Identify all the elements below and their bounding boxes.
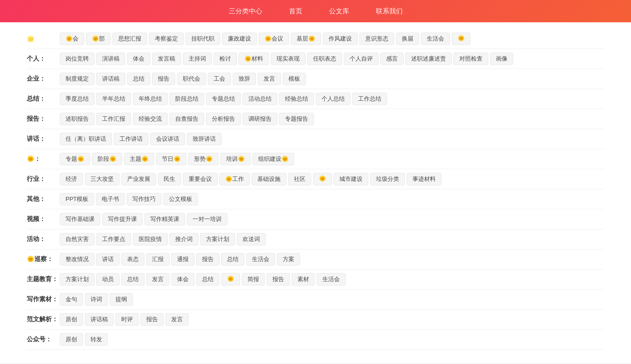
tag-summary-0[interactable]: 季度总结 [60, 93, 95, 105]
tag-report-0[interactable]: 述职报告 [60, 113, 95, 125]
tag-enterprise-6[interactable]: 致辞 [233, 73, 256, 85]
tag-speech-3[interactable]: 致辞讲话 [187, 133, 222, 145]
tag-summary-6[interactable]: 经验总结 [279, 93, 314, 105]
tag-study-icons-6[interactable]: 组织建设🌞 [252, 153, 294, 165]
nav-library[interactable]: 公文库 [329, 7, 349, 16]
tag-theme-edu-2[interactable]: 总结 [121, 273, 144, 286]
tag-top-icons-12[interactable]: 🌞 [452, 33, 470, 45]
tag-report-5[interactable]: 调研报告 [243, 113, 277, 125]
tag-summary-8[interactable]: 工作总结 [352, 93, 387, 105]
tag-enterprise-7[interactable]: 发言 [258, 73, 281, 85]
tag-personal-10[interactable]: 感言 [380, 53, 404, 65]
tag-personal-6[interactable]: 🌞材料 [239, 53, 269, 65]
tag-video-3[interactable]: 一对一培训 [187, 213, 227, 225]
tag-top-icons-0[interactable]: 🌞会 [60, 33, 84, 45]
tag-top-icons-10[interactable]: 换届 [396, 33, 419, 45]
tag-inspection-6[interactable]: 总结 [221, 253, 244, 266]
tag-report-6[interactable]: 专题报告 [279, 113, 314, 125]
tag-study-icons-5[interactable]: 培训🌞 [220, 153, 251, 165]
tag-industry-3[interactable]: 民生 [158, 173, 181, 185]
nav-home[interactable]: 首页 [289, 7, 302, 16]
tag-top-icons-4[interactable]: 挂职代职 [186, 33, 220, 45]
tag-personal-13[interactable]: 画像 [490, 53, 513, 65]
tag-inspection-1[interactable]: 讲话 [96, 253, 120, 266]
tag-inspection-4[interactable]: 通报 [171, 253, 194, 266]
tag-enterprise-4[interactable]: 职代会 [177, 73, 206, 85]
tag-enterprise-5[interactable]: 工会 [208, 73, 231, 85]
tag-top-icons-8[interactable]: 作风建设 [323, 33, 358, 45]
tag-video-1[interactable]: 写作提升课 [102, 213, 143, 225]
nav-contact[interactable]: 联系我们 [376, 7, 403, 16]
tag-other-1[interactable]: 电子书 [96, 193, 125, 205]
tag-top-icons-5[interactable]: 廉政建设 [222, 33, 257, 45]
tag-article-analysis-1[interactable]: 讲话稿 [85, 313, 114, 326]
tag-writing-material-2[interactable]: 提纲 [110, 293, 133, 306]
tag-enterprise-0[interactable]: 制度规定 [60, 73, 95, 85]
tag-speech-2[interactable]: 会议讲话 [150, 133, 185, 145]
tag-inspection-8[interactable]: 方案 [277, 253, 300, 266]
tag-article-analysis-0[interactable]: 原创 [60, 313, 83, 326]
tag-industry-11[interactable]: 事迹材料 [407, 173, 441, 185]
tag-personal-4[interactable]: 主持词 [183, 53, 212, 65]
tag-personal-0[interactable]: 岗位竞聘 [60, 53, 95, 65]
tag-inspection-3[interactable]: 汇报 [146, 253, 169, 266]
tag-enterprise-1[interactable]: 讲话稿 [96, 73, 125, 85]
tag-top-icons-9[interactable]: 意识形态 [359, 33, 394, 45]
tag-activity-1[interactable]: 工作要点 [96, 233, 131, 245]
tag-theme-edu-1[interactable]: 动员 [96, 273, 120, 286]
tag-report-2[interactable]: 经验交流 [133, 113, 168, 125]
tag-study-icons-1[interactable]: 阶段🌞 [92, 153, 122, 165]
tag-industry-7[interactable]: 社区 [288, 173, 311, 185]
tag-theme-edu-10[interactable]: 生活会 [317, 273, 346, 286]
tag-video-2[interactable]: 写作精英课 [144, 213, 185, 225]
tag-wechat-1[interactable]: 转发 [85, 333, 108, 346]
tag-enterprise-2[interactable]: 总结 [127, 73, 150, 85]
tag-report-3[interactable]: 自查报告 [169, 113, 204, 125]
tag-inspection-5[interactable]: 报告 [196, 253, 219, 266]
tag-theme-edu-0[interactable]: 方案计划 [60, 273, 95, 286]
tag-personal-9[interactable]: 个人自评 [344, 53, 379, 65]
tag-top-icons-2[interactable]: 思想汇报 [112, 33, 147, 45]
tag-top-icons-1[interactable]: 🌞部 [86, 33, 111, 45]
tag-top-icons-3[interactable]: 考察鉴定 [149, 33, 184, 45]
tag-activity-0[interactable]: 自然灾害 [60, 233, 95, 245]
tag-summary-5[interactable]: 活动总结 [243, 93, 277, 105]
tag-personal-11[interactable]: 述职述廉述责 [405, 53, 452, 65]
tag-video-0[interactable]: 写作基础课 [60, 213, 100, 225]
tag-industry-10[interactable]: 垃圾分类 [370, 173, 405, 185]
tag-inspection-2[interactable]: 表态 [121, 253, 144, 266]
tag-industry-2[interactable]: 产业发展 [121, 173, 156, 185]
tag-personal-7[interactable]: 现实表现 [271, 53, 305, 65]
tag-personal-2[interactable]: 体会 [127, 53, 150, 65]
tag-top-icons-11[interactable]: 生活会 [421, 33, 450, 45]
tag-activity-4[interactable]: 方案计划 [200, 233, 235, 245]
tag-activity-5[interactable]: 欢送词 [237, 233, 266, 245]
tag-summary-7[interactable]: 个人总结 [316, 93, 351, 105]
tag-industry-1[interactable]: 三大攻坚 [85, 173, 120, 185]
tag-study-icons-3[interactable]: 节日🌞 [156, 153, 186, 165]
tag-industry-9[interactable]: 城市建设 [334, 173, 368, 185]
tag-personal-1[interactable]: 演讲稿 [96, 53, 125, 65]
tag-theme-edu-8[interactable]: 报告 [267, 273, 290, 286]
tag-top-icons-6[interactable]: 🌞会议 [259, 33, 289, 45]
tag-theme-edu-6[interactable]: 🌞 [221, 273, 240, 286]
tag-speech-1[interactable]: 工作讲话 [114, 133, 148, 145]
tag-article-analysis-2[interactable]: 时评 [115, 313, 139, 326]
tag-study-icons-0[interactable]: 专题🌞 [60, 153, 90, 165]
tag-personal-8[interactable]: 任职表态 [307, 53, 342, 65]
tag-summary-2[interactable]: 年终总结 [133, 93, 168, 105]
tag-enterprise-3[interactable]: 报告 [152, 73, 175, 85]
tag-writing-material-0[interactable]: 金句 [60, 293, 83, 306]
tag-industry-8[interactable]: 🌞 [313, 173, 332, 185]
tag-personal-3[interactable]: 发言稿 [152, 53, 181, 65]
tag-summary-1[interactable]: 半年总结 [96, 93, 131, 105]
nav-classify[interactable]: 三分类中心 [229, 7, 262, 16]
tag-personal-5[interactable]: 检讨 [214, 53, 237, 65]
tag-report-1[interactable]: 工作汇报 [96, 113, 131, 125]
tag-inspection-7[interactable]: 生活会 [246, 253, 275, 266]
tag-other-0[interactable]: PPT模板 [60, 193, 94, 205]
tag-top-icons-7[interactable]: 基层🌞 [291, 33, 321, 45]
tag-industry-4[interactable]: 重要会议 [183, 173, 218, 185]
tag-other-3[interactable]: 公文模板 [163, 193, 198, 205]
tag-theme-edu-4[interactable]: 体会 [171, 273, 194, 286]
